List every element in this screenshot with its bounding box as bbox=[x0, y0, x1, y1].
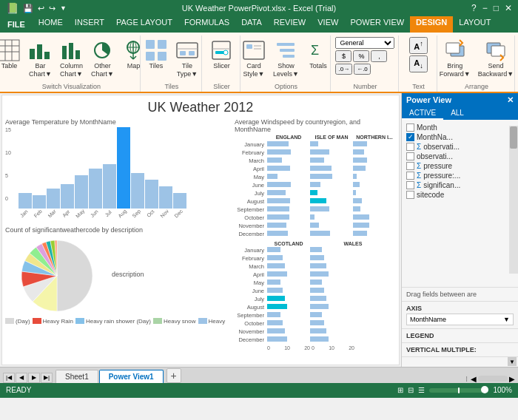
tiles-btn[interactable]: Tiles bbox=[141, 37, 171, 72]
other-chart-btn[interactable]: OtherChart▼ bbox=[87, 37, 117, 80]
h-scrollbar[interactable] bbox=[478, 376, 508, 382]
tile-type-btn[interactable]: TileType▼ bbox=[172, 37, 202, 80]
restore-btn[interactable]: □ bbox=[494, 3, 499, 13]
ws-bar-group bbox=[310, 174, 353, 180]
x-10-1: 10 bbox=[284, 345, 290, 350]
ws-bar-group2 bbox=[267, 280, 310, 285]
ws-bar-group bbox=[310, 182, 353, 188]
number-format-select[interactable]: General bbox=[335, 37, 394, 49]
scroll-left-btn[interactable]: ◀ bbox=[471, 375, 477, 383]
dec-decrease-btn[interactable]: ←.0 bbox=[354, 64, 371, 75]
dec-increase-btn[interactable]: .0→ bbox=[335, 64, 352, 75]
menu-review[interactable]: REVIEW bbox=[268, 16, 312, 33]
totals-btn[interactable]: Σ Totals bbox=[303, 37, 333, 72]
menu-page-layout[interactable]: PAGE LAYOUT bbox=[110, 16, 178, 33]
chart-canvas[interactable]: UK Weather 2012 Average Temperature by M… bbox=[1, 95, 400, 365]
show-levels-btn[interactable]: ShowLevels▼ bbox=[270, 37, 302, 80]
menu-home[interactable]: HOME bbox=[33, 16, 69, 33]
ws-bar2 bbox=[310, 296, 326, 301]
bar-august bbox=[117, 127, 130, 209]
tile-type-icon bbox=[175, 38, 199, 62]
ribbon-group-number: General $ % , .0→ ←.0 Number bbox=[332, 35, 399, 92]
ws-row-may: May bbox=[235, 173, 396, 181]
svg-rect-32 bbox=[280, 49, 295, 52]
bar-may bbox=[75, 175, 88, 209]
pv-close-btn[interactable]: ✕ bbox=[507, 95, 514, 105]
pv-field-item[interactable]: sitecode bbox=[405, 190, 515, 200]
sheet-tab-sheet1[interactable]: Sheet1 bbox=[56, 370, 98, 383]
pv-field-item[interactable]: Σsignifican... bbox=[405, 180, 515, 190]
ribbon-group-slicer: Slicer Slicer bbox=[204, 35, 240, 92]
send-backward-btn[interactable]: SendBackward▼ bbox=[475, 37, 517, 80]
zoom-thumb[interactable] bbox=[481, 386, 488, 393]
undo-icon[interactable]: ↩ bbox=[38, 4, 44, 13]
pv-axis-dropdown-arrow: ▼ bbox=[503, 316, 510, 323]
tab-prev-btn[interactable]: ◀ bbox=[16, 373, 27, 383]
pv-field-item[interactable]: ✓MonthNa... bbox=[405, 132, 515, 142]
pv-field-item[interactable]: Σpressure:... bbox=[405, 171, 515, 180]
ws-bar-group bbox=[310, 223, 353, 228]
quick-access-icon[interactable]: ▼ bbox=[60, 4, 67, 12]
menu-layout[interactable]: LAYOUT bbox=[453, 16, 497, 33]
add-sheet-btn[interactable]: + bbox=[166, 368, 181, 383]
ws-month-label: December bbox=[235, 231, 267, 237]
redo-icon[interactable]: ↪ bbox=[49, 4, 56, 13]
bar-chart-btn[interactable]: BarChart▼ bbox=[25, 37, 55, 80]
view-layout-icon[interactable]: ⊟ bbox=[408, 386, 414, 394]
ws-wales-header: WALES bbox=[310, 241, 396, 246]
ws-bar-group bbox=[310, 206, 353, 212]
comma-btn[interactable]: , bbox=[371, 50, 387, 62]
slicer-items: Slicer bbox=[206, 37, 236, 80]
pv-tab-all[interactable]: ALL bbox=[443, 107, 471, 120]
tab-next-btn[interactable]: ▶ bbox=[28, 373, 40, 383]
menu-data[interactable]: DATA bbox=[235, 16, 268, 33]
column-chart-btn[interactable]: ColumnChart▼ bbox=[56, 37, 86, 80]
card-style-btn[interactable]: CardStyle▼ bbox=[239, 37, 269, 80]
currency-btn[interactable]: $ bbox=[335, 50, 352, 62]
switch-viz-label: Switch Visualization bbox=[42, 83, 101, 90]
close-btn[interactable]: ✕ bbox=[505, 3, 512, 13]
ws-bar2 bbox=[310, 320, 324, 325]
scroll-right-btn[interactable]: ▶ bbox=[509, 375, 515, 383]
ws-bar-group bbox=[267, 198, 310, 204]
tab-first-btn[interactable]: |◀ bbox=[3, 373, 15, 383]
text-size-down-btn[interactable]: A↓ bbox=[409, 55, 428, 72]
menu-view[interactable]: VIEW bbox=[312, 16, 344, 33]
help-icon[interactable]: ? bbox=[471, 3, 477, 13]
pv-field-item[interactable]: Σobservati... bbox=[405, 142, 515, 152]
pv-scrollbar-thumb[interactable] bbox=[510, 126, 517, 149]
pv-scrollbar[interactable] bbox=[509, 126, 518, 274]
view-normal-icon[interactable]: ⊞ bbox=[397, 386, 403, 394]
pv-field-item[interactable]: Σpressure bbox=[405, 161, 515, 171]
percent-btn[interactable]: % bbox=[353, 50, 369, 62]
zoom-slider[interactable] bbox=[429, 388, 488, 393]
menu-power-view[interactable]: POWER VIEW bbox=[344, 16, 410, 33]
ws-bar bbox=[353, 141, 367, 146]
pv-field-item[interactable]: Month bbox=[405, 123, 515, 132]
tiles-icon bbox=[144, 38, 168, 62]
text-size-up-btn[interactable]: A↑ bbox=[409, 37, 428, 54]
menu-insert[interactable]: INSERT bbox=[69, 16, 110, 33]
ws-month2-label: October bbox=[235, 320, 267, 327]
table-btn[interactable]: Table bbox=[0, 37, 24, 72]
minimize-btn[interactable]: − bbox=[482, 3, 488, 13]
menu-design[interactable]: DESIGN bbox=[410, 16, 453, 33]
pv-scroll-down-btn[interactable]: ▼ bbox=[508, 357, 517, 366]
ws-row2-april: April bbox=[235, 271, 396, 279]
pv-axis-dropdown[interactable]: MonthName ▼ bbox=[406, 314, 514, 325]
menu-formulas[interactable]: FORMULAS bbox=[178, 16, 235, 33]
sheet-tab-power-view1[interactable]: Power View1 bbox=[99, 370, 164, 383]
tab-last-btn[interactable]: ▶| bbox=[41, 373, 53, 383]
pv-tab-active[interactable]: ACTIVE bbox=[402, 107, 443, 120]
legend-color bbox=[153, 318, 162, 324]
quick-save-icon[interactable]: 💾 bbox=[23, 4, 33, 13]
ws-bar-group bbox=[353, 149, 396, 155]
ws-bar bbox=[267, 149, 291, 155]
file-button[interactable]: FILE bbox=[0, 16, 33, 33]
pv-vertical-multiple-label: VERTICAL MULTIPLE: bbox=[406, 346, 514, 353]
bring-forward-btn[interactable]: BringForward▼ bbox=[437, 37, 474, 80]
slicer-btn[interactable]: Slicer bbox=[206, 37, 236, 72]
view-page-icon[interactable]: ☰ bbox=[418, 386, 425, 394]
pv-field-item[interactable]: observati... bbox=[405, 152, 515, 161]
slicer-label: Slicer bbox=[213, 83, 230, 90]
